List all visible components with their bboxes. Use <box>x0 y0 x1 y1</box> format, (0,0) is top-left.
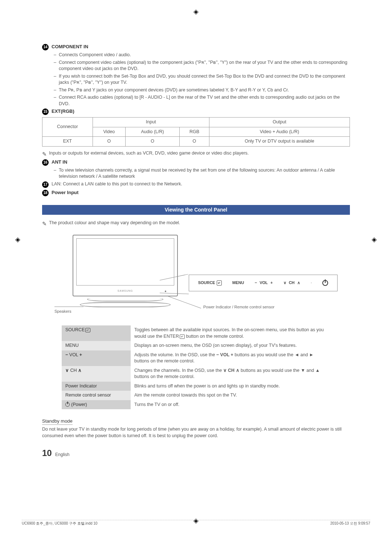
section-header-bar: Viewing the Control Panel <box>42 205 350 215</box>
page-number: 10 English <box>42 447 350 459</box>
zoom-ch: ∨ CH ∧ <box>283 280 300 286</box>
section-17-text: LAN: Connect a LAN cable to this port to… <box>52 181 182 188</box>
bullet-15: 15 <box>42 108 49 115</box>
note-icon: ✎ <box>42 220 47 227</box>
page-content: 14 COMPONENT IN Connects Component video… <box>42 44 350 459</box>
speaker-leader-line <box>54 307 83 307</box>
power-icon <box>322 280 328 286</box>
section-16-title: ANT IN <box>52 159 67 165</box>
row-power-ind-label: Power Indicator <box>62 382 131 391</box>
page-lang: English <box>55 452 69 457</box>
section-14-list: Connects Component video / audio. Connec… <box>54 52 350 107</box>
crop-mark-top: ◈ <box>193 7 199 16</box>
th-input: Input <box>93 118 209 127</box>
section-15-title: EXT(RGB) <box>52 108 74 115</box>
control-panel-zoom: SOURCE MENU − VOL + ∨ CH ∧ · <box>189 275 338 291</box>
row-power-label: (Power) <box>62 400 131 410</box>
row-remote-text: Aim the remote control towards this spot… <box>131 391 330 400</box>
tv-brand: SAMSUNG <box>118 289 133 293</box>
tv-sensor-dot <box>165 291 166 292</box>
row-vol-text: Adjusts the volume. In the OSD, use the … <box>131 350 330 366</box>
tv-body: SAMSUNG <box>73 235 178 296</box>
row-menu-text: Displays an on-screen menu, the OSD (on … <box>131 341 330 350</box>
row-remote-label: Remote control sensor <box>62 391 131 400</box>
note-color-text: The product colour and shape may vary de… <box>49 220 180 226</box>
tv-screen <box>76 238 174 286</box>
crop-mark-left: ◈ <box>14 236 22 244</box>
note-ext: ✎ Inputs or outputs for external devices… <box>42 150 350 158</box>
note-ext-text: Inputs or outputs for external devices, … <box>49 150 249 157</box>
zoom-source: SOURCE <box>198 280 222 286</box>
row-menu-label: MENU <box>62 341 131 350</box>
footer-left: UC6900 호주_중아, UC6000 구주 호텔.indd 10 <box>22 521 97 526</box>
row-power-ind-text: Blinks and turns off when the power is o… <box>131 382 330 391</box>
standby-text: Do not leave your TV in standby mode for… <box>42 426 350 439</box>
bullet-14: 14 <box>42 44 49 50</box>
row-ch-text: Changes the channels. In the OSD, use th… <box>131 366 330 382</box>
section-18-title: Power Input <box>52 189 78 196</box>
section-16-list: To view television channels correctly, a… <box>54 167 350 180</box>
row-source-label: SOURCE <box>62 325 131 341</box>
zoom-vol: − VOL + <box>255 280 273 286</box>
th-audio: Audio (L/R) <box>126 127 180 137</box>
td-c1: O <box>93 137 125 147</box>
note-icon: ✎ <box>42 150 47 158</box>
crop-mark-right: ◈ <box>370 236 378 244</box>
zoom-dot: · <box>311 280 312 286</box>
tv-stand-base <box>80 302 171 307</box>
list-item: Connect component video cables (optional… <box>54 59 350 72</box>
sensor-label: Power Indicator / Remote control sensor <box>203 304 274 310</box>
th-rgb: RGB <box>180 127 209 137</box>
th-outval: Video + Audio (L/R) <box>209 127 350 137</box>
bullet-18: 18 <box>42 190 49 196</box>
connector-table: Connector Input Output Video Audio (L/R)… <box>42 117 350 147</box>
row-vol-label: − VOL + <box>62 350 131 366</box>
list-item: To view television channels correctly, a… <box>54 167 350 180</box>
th-video: Video <box>93 127 125 137</box>
page-num: 10 <box>42 448 52 458</box>
sensor-leader-line <box>167 296 201 308</box>
row-power-text: Turns the TV on or off. <box>131 400 330 410</box>
section-14-title: COMPONENT IN <box>52 44 88 50</box>
list-item: The Pʀ, Pʙ and Y jacks on your component… <box>54 87 350 94</box>
th-output: Output <box>209 118 350 127</box>
row-source-text: Toggles between all the available input … <box>131 325 330 341</box>
td-c3: O <box>180 137 209 147</box>
speaker-label: Speakers <box>54 309 71 314</box>
list-item: If you wish to connect both the Set-Top … <box>54 73 350 86</box>
standby-title: Standby mode <box>42 418 73 425</box>
power-icon <box>65 402 70 407</box>
tv-stand-top <box>87 297 163 301</box>
standby-section: Standby mode Do not leave your TV in sta… <box>42 418 350 439</box>
row-ch-label: ∨ CH ∧ <box>62 366 131 382</box>
bullet-16: 16 <box>42 159 49 166</box>
bullet-17: 17 <box>42 181 49 188</box>
td-cout: Only TV or DTV output is available <box>209 137 350 147</box>
section-15: 15 EXT(RGB) <box>42 108 350 115</box>
control-description-table: SOURCE Toggles between all the available… <box>62 325 330 409</box>
print-footer: UC6900 호주_중아, UC6000 구주 호텔.indd 10 2010-… <box>22 520 370 526</box>
section-17: 17 LAN: Connect a LAN cable to this port… <box>42 181 350 188</box>
section-18: 18 Power Input <box>42 189 350 196</box>
section-16: 16 ANT IN <box>42 159 350 166</box>
tv-figure: SAMSUNG Speakers SOURCE MENU − VOL + ∨ C… <box>54 235 338 315</box>
td-c2: O <box>126 137 180 147</box>
section-14: 14 COMPONENT IN <box>42 44 350 50</box>
zoom-menu: MENU <box>232 280 244 286</box>
th-connector: Connector <box>42 118 93 137</box>
list-item: Connect RCA audio cables (optional) to [… <box>54 94 350 107</box>
note-color: ✎ The product colour and shape may vary … <box>42 220 350 227</box>
td-ext: EXT <box>42 137 93 147</box>
list-item: Connects Component video / audio. <box>54 52 350 58</box>
footer-right: 2010-05-13 오전 9:09:57 <box>330 521 370 526</box>
